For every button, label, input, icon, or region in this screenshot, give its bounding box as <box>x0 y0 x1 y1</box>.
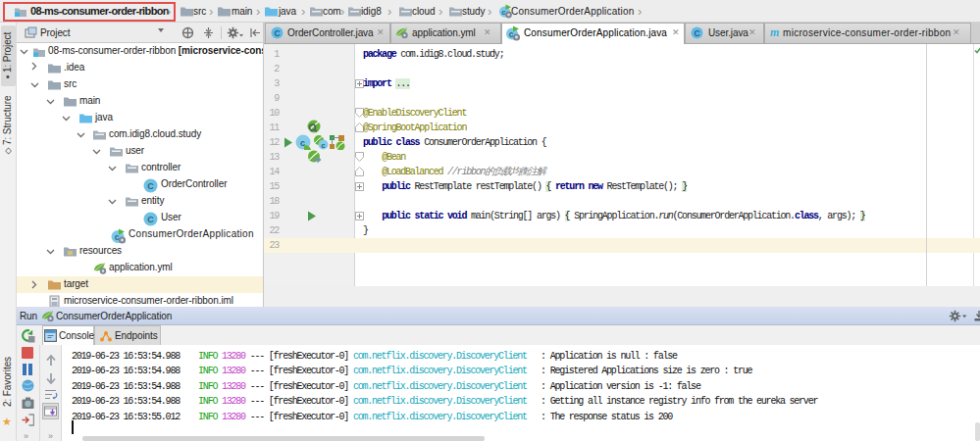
svg-text:C: C <box>147 215 154 224</box>
svg-text:c: c <box>321 141 326 150</box>
svg-text:C: C <box>147 181 154 191</box>
svg-text:C: C <box>274 28 280 38</box>
svg-text:C: C <box>694 28 699 38</box>
svg-text:c: c <box>509 29 514 39</box>
svg-text:c: c <box>115 232 120 242</box>
